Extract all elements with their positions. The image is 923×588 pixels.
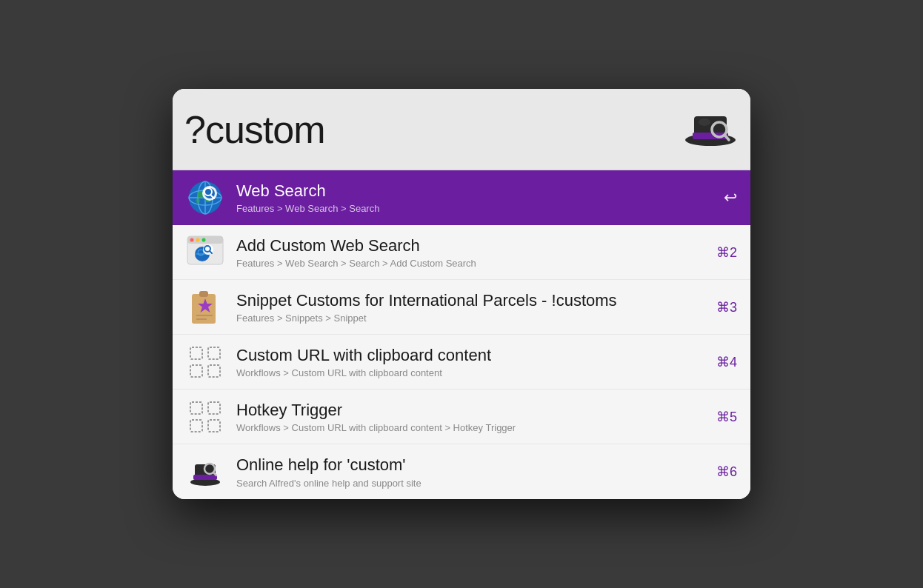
result-text-hotkey: Hotkey Trigger Workflows > Custom URL wi… (236, 400, 707, 434)
result-subtitle: Features > Snippets > Snippet (236, 313, 707, 324)
web-search-settings-icon (186, 233, 224, 272)
result-shortcut-5: ⌘5 (716, 409, 737, 425)
globe-icon (186, 178, 224, 217)
svg-rect-35 (208, 347, 220, 359)
result-item-hotkey[interactable]: Hotkey Trigger Workflows > Custom URL wi… (173, 390, 750, 444)
result-text-snippet: Snippet Customs for International Parcel… (236, 290, 707, 324)
snippet-icon (186, 288, 224, 327)
result-shortcut-enter: ↩ (724, 188, 737, 207)
svg-point-3 (699, 118, 710, 126)
svg-rect-36 (190, 365, 202, 377)
result-subtitle: Workflows > Custom URL with clipboard co… (236, 367, 707, 378)
svg-point-22 (202, 238, 206, 241)
result-subtitle: Features > Web Search > Search (236, 203, 715, 214)
workflow-icon (186, 343, 224, 381)
result-text-add-custom: Add Custom Web Search Features > Web Sea… (236, 235, 707, 270)
result-item-add-custom[interactable]: Add Custom Web Search Features > Web Sea… (173, 225, 750, 280)
search-input[interactable] (184, 107, 670, 152)
result-text-online-help: Online help for 'custom' Search Alfred's… (236, 455, 707, 489)
result-subtitle: Features > Web Search > Search > Add Cus… (236, 258, 707, 269)
results-list: Web Search Features > Web Search > Searc… (173, 170, 750, 499)
search-bar (173, 89, 750, 170)
svg-rect-41 (208, 420, 220, 432)
svg-rect-34 (190, 347, 202, 359)
result-shortcut-2: ⌘2 (716, 244, 737, 261)
workflow-hotkey-icon (186, 398, 224, 436)
svg-point-20 (190, 238, 194, 241)
result-text-web-search: Web Search Features > Web Search > Searc… (236, 181, 715, 215)
alfred-window: Web Search Features > Web Search > Searc… (173, 89, 750, 499)
alfred-logo-icon (682, 101, 739, 158)
svg-rect-38 (190, 402, 202, 414)
result-title: Custom URL with clipboard content (236, 345, 707, 367)
result-item-web-search[interactable]: Web Search Features > Web Search > Searc… (173, 170, 750, 225)
alfred-help-icon (186, 452, 224, 491)
result-title: Add Custom Web Search (236, 235, 707, 257)
result-title: Web Search (236, 181, 715, 202)
svg-point-13 (196, 198, 200, 203)
result-shortcut-3: ⌘3 (716, 299, 737, 315)
result-subtitle: Search Alfred's online help and support … (236, 478, 707, 489)
svg-rect-39 (208, 402, 220, 414)
result-subtitle: Workflows > Custom URL with clipboard co… (236, 422, 707, 433)
svg-rect-37 (208, 365, 220, 377)
result-title: Hotkey Trigger (236, 400, 707, 421)
result-text-custom-url: Custom URL with clipboard content Workfl… (236, 345, 707, 379)
svg-point-21 (196, 238, 200, 241)
result-item-online-help[interactable]: Online help for 'custom' Search Alfred's… (173, 444, 750, 499)
result-title: Snippet Customs for International Parcel… (236, 290, 707, 312)
result-item-custom-url[interactable]: Custom URL with clipboard content Workfl… (173, 335, 750, 390)
svg-rect-44 (193, 475, 217, 480)
svg-rect-40 (190, 420, 202, 432)
result-shortcut-4: ⌘4 (716, 354, 737, 370)
result-title: Online help for 'custom' (236, 455, 707, 476)
result-shortcut-6: ⌘6 (716, 464, 737, 480)
result-item-snippet[interactable]: Snippet Customs for International Parcel… (173, 280, 750, 335)
svg-rect-30 (199, 291, 208, 297)
